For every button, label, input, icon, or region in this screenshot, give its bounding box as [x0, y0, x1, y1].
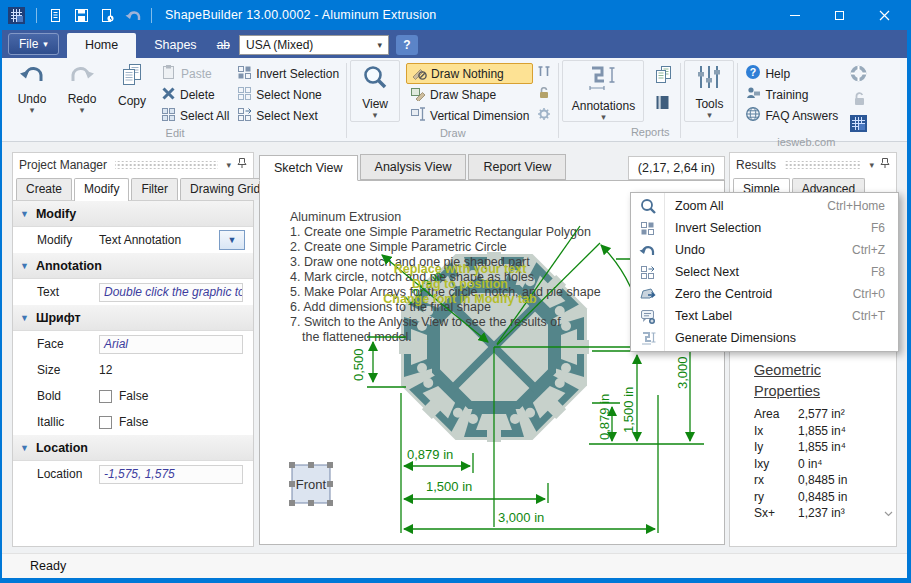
copy-report-icon[interactable] — [654, 65, 673, 87]
drag-handle[interactable] — [784, 161, 861, 169]
units-toggle-icon[interactable]: ab — [215, 38, 232, 52]
geometric-properties-heading[interactable]: Geometric Properties — [754, 360, 846, 402]
project-manager-panel: Project Manager ▾ Create Modify Filter D… — [12, 152, 254, 547]
svg-text:Replace with your text: Replace with your text — [394, 262, 528, 276]
chevron-down-icon[interactable]: ▾ — [869, 160, 874, 170]
collapse-triangle-icon: ▼ — [20, 261, 29, 271]
open-recent-icon[interactable] — [94, 2, 120, 28]
section-annotation-label: Annotation — [36, 259, 102, 273]
gear-icon[interactable] — [537, 107, 551, 124]
ribbon-group-iesweb: ? Help Training FAQ Answers — [738, 60, 874, 141]
italic-checkbox[interactable] — [99, 416, 112, 429]
tools-button[interactable]: Tools ▾ — [684, 60, 734, 122]
section-annotation[interactable]: ▼ Annotation — [13, 253, 253, 279]
file-menu-button[interactable]: File ▾ — [8, 33, 59, 55]
invert-selection-label: Invert Selection — [256, 67, 339, 81]
draw-nothing-button[interactable]: Draw Nothing — [406, 63, 533, 84]
menu-item-select-next[interactable]: Select Next F8 — [631, 261, 898, 283]
copy-button[interactable]: Copy — [107, 60, 157, 108]
svg-text:1. Create one Simple Parametri: 1. Create one Simple Parametric Rectangu… — [290, 225, 591, 239]
draw-shape-button[interactable]: Draw Shape — [406, 84, 533, 105]
new-document-icon[interactable] — [42, 2, 68, 28]
drag-handle[interactable] — [115, 161, 218, 169]
menu-item-generate-dimensions[interactable]: Generate Dimensions — [631, 327, 898, 349]
invert-selection-grid-icon — [237, 65, 252, 83]
pm-tab-drawing-grid[interactable]: Drawing Grid — [180, 178, 270, 200]
paste-button[interactable]: Paste — [157, 63, 233, 84]
tab-home[interactable]: Home — [67, 33, 136, 58]
close-button[interactable] — [862, 0, 907, 30]
view-button[interactable]: View ▾ — [350, 60, 400, 122]
menu-item-zoom-all[interactable]: Zoom All Ctrl+Home — [631, 195, 898, 217]
column-bars-icon[interactable] — [537, 65, 551, 81]
undo-label: Undo — [18, 92, 47, 106]
pm-tab-create[interactable]: Create — [16, 178, 72, 200]
menu-item-zero-centroid[interactable]: Zero the Centroid Ctrl+0 — [631, 283, 898, 305]
ies-logo-icon[interactable] — [850, 115, 867, 135]
report-book-icon[interactable] — [654, 94, 673, 114]
svg-text:0,879 in: 0,879 in — [597, 394, 612, 440]
menu-item-invert-selection[interactable]: Invert Selection F6 — [631, 217, 898, 239]
invert-selection-grid-icon — [631, 221, 664, 236]
undo-button[interactable]: Undo ▾ — [7, 60, 57, 114]
faq-answers-button[interactable]: FAQ Answers — [741, 105, 842, 126]
view-cube-front[interactable]: Front — [289, 462, 333, 506]
vertical-dimension-button[interactable]: Vertical Dimension — [406, 105, 533, 126]
section-modify[interactable]: ▼ Modify — [13, 201, 253, 227]
pin-icon[interactable] — [237, 157, 247, 172]
help-label: Help — [765, 67, 790, 81]
select-none-button[interactable]: Select None — [233, 84, 343, 105]
training-button[interactable]: Training — [741, 84, 842, 105]
result-label: ry — [754, 490, 798, 504]
help-button[interactable]: ? Help — [741, 63, 842, 84]
vertical-dimension-icon — [410, 106, 426, 125]
face-input[interactable]: Arial — [99, 335, 243, 354]
ribbon-group-reports: Annotations ▾ Reports — [559, 60, 680, 141]
pm-tab-filter[interactable]: Filter — [131, 178, 178, 200]
canvas-tab-strip: Sketch View Analysis View Report View (2… — [259, 152, 725, 180]
menu-item-undo[interactable]: Undo Ctrl+Z — [631, 239, 898, 261]
invert-selection-button[interactable]: Invert Selection — [233, 63, 343, 84]
lifesaver-icon[interactable] — [850, 65, 867, 85]
location-input[interactable]: -1,575, 1,575 — [99, 465, 243, 484]
undo-quick-icon[interactable] — [120, 2, 146, 28]
bold-checkbox[interactable] — [99, 390, 112, 403]
tab-analysis-view[interactable]: Analysis View — [360, 154, 467, 180]
modify-field-value: Text Annotation — [99, 233, 219, 247]
pm-tab-modify[interactable]: Modify — [74, 178, 129, 201]
ribbon-help-button[interactable]: ? — [396, 35, 418, 55]
app-logo-icon — [8, 7, 25, 24]
section-location[interactable]: ▼ Location — [13, 435, 253, 461]
menu-item-text-label[interactable]: Text Label Ctrl+T — [631, 305, 898, 327]
select-all-grid-icon — [161, 107, 176, 125]
save-icon[interactable] — [68, 2, 94, 28]
title-bar: ShapeBuilder 13.00.0002 - Aluminum Extru… — [2, 0, 907, 30]
redo-button[interactable]: Redo ▾ — [57, 60, 107, 114]
annotations-button[interactable]: Annotations ▾ — [562, 60, 644, 122]
delete-button[interactable]: Delete — [157, 84, 233, 105]
pin-icon[interactable] — [880, 157, 890, 172]
select-all-button[interactable]: Select All — [157, 105, 233, 126]
scroll-down-chevron[interactable] — [884, 508, 893, 519]
ribbon-tab-row: File ▾ Home Shapes ab USA (Mixed) ▾ ? — [2, 30, 907, 58]
lock-icon[interactable] — [537, 86, 551, 102]
tab-sketch-view[interactable]: Sketch View — [259, 155, 358, 181]
text-field-input[interactable]: Double click the graphic to — [99, 283, 243, 302]
undo-icon — [19, 63, 45, 90]
units-dropdown[interactable]: USA (Mixed) ▾ — [239, 35, 389, 55]
unlock-icon[interactable] — [850, 91, 867, 109]
tab-report-view[interactable]: Report View — [468, 154, 566, 180]
minimize-button[interactable] — [772, 0, 817, 30]
svg-text:Aluminum Extrusion: Aluminum Extrusion — [290, 210, 401, 224]
view-magnifier-icon — [362, 64, 388, 95]
chevron-down-icon[interactable]: ▾ — [226, 160, 231, 170]
select-next-button[interactable]: Select Next — [233, 105, 343, 126]
maximize-button[interactable] — [817, 0, 862, 30]
size-value[interactable]: 12 — [99, 363, 112, 377]
modify-dropdown-button[interactable]: ▼ — [219, 230, 245, 250]
section-font[interactable]: ▼ Шрифт — [13, 305, 253, 331]
svg-text:?: ? — [750, 66, 756, 78]
result-label: rx — [754, 473, 798, 487]
tab-shapes[interactable]: Shapes — [136, 33, 214, 58]
project-manager-title: Project Manager — [19, 158, 107, 172]
